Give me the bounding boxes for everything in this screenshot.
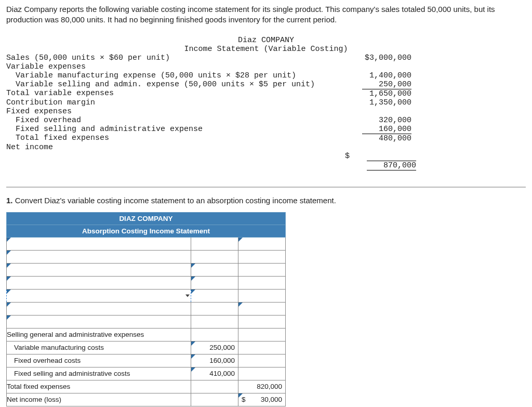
abs-desc-input-4[interactable] [7, 276, 191, 289]
abs-row-7 [7, 315, 286, 328]
chevron-down-icon [185, 294, 190, 297]
vc-cm-label: Contribution margin [6, 98, 339, 107]
abs-vman-row: Variable manufacturing costs 250,000 [7, 341, 286, 354]
abs-row-6 [7, 302, 286, 315]
vc-varexp-label: Variable expenses [6, 62, 339, 71]
abs-sub-input-7[interactable] [191, 315, 238, 328]
abs-desc-input-6[interactable] [7, 302, 191, 315]
abs-sub-input-4[interactable] [191, 276, 238, 289]
question-1: 1. Convert Diaz's variable costing incom… [6, 196, 526, 205]
abs-row-1 [7, 237, 286, 250]
abs-vman-amt[interactable]: 250,000 [191, 341, 238, 354]
vc-vman-amt: 1,400,000 [362, 71, 411, 80]
abs-desc-input-1[interactable] [7, 237, 191, 250]
abs-vman-label: Variable manufacturing costs [7, 341, 191, 354]
abs-foh-amt[interactable]: 160,000 [191, 354, 238, 367]
abs-vman-value: 250,000 [191, 342, 238, 353]
dropdown-icon [7, 264, 11, 268]
abs-sub-input-6[interactable] [191, 302, 238, 315]
abs-fsac-row: Fixed selling and administrative costs 4… [7, 367, 286, 380]
vc-company: Diaz COMPANY [6, 36, 526, 45]
abs-fsac-amt[interactable]: 410,000 [191, 367, 238, 380]
dropdown-icon [7, 303, 11, 307]
vc-sales-label: Sales (50,000 units × $60 per unit) [6, 54, 339, 62]
vc-ni-label: Net income [6, 143, 339, 179]
dropdown-icon [7, 316, 11, 320]
abs-tot-5 [238, 289, 286, 302]
vc-fsga-amt: 160,000 [362, 125, 411, 134]
abs-sga-label: Selling general and administrative expen… [7, 328, 191, 341]
abs-tfe-amt: 820,000 [238, 380, 286, 393]
abs-row-4 [7, 276, 286, 289]
abs-ni-label: Net income (loss) [7, 393, 191, 406]
vc-tfix-amt: 480,000 [362, 134, 411, 143]
abs-fsac-value: 410,000 [191, 368, 238, 379]
abs-foh-tot [238, 354, 286, 367]
abs-tot-3 [238, 263, 286, 276]
abs-ni-amt[interactable]: $ 30,000 [238, 393, 286, 406]
dropdown-icon [191, 277, 195, 281]
abs-ni-sub [191, 393, 238, 406]
abs-row-3 [7, 263, 286, 276]
abs-fsac-label: Fixed selling and administrative costs [7, 367, 191, 380]
abs-tot-input-1[interactable] [238, 237, 286, 250]
abs-tfe-label: Total fixed expenses [7, 380, 191, 393]
absorption-table-wrap: DIAZ COMPANY Absorption Costing Income S… [6, 212, 526, 406]
dropdown-icon [7, 251, 11, 255]
abs-sub-input-1[interactable] [191, 237, 238, 250]
abs-tot-input-6[interactable] [238, 302, 286, 315]
dropdown-icon [7, 277, 11, 281]
dropdown-icon [238, 238, 243, 242]
abs-desc-input-3[interactable] [7, 263, 191, 276]
abs-desc-input-5[interactable] [7, 289, 191, 302]
abs-tot-7 [238, 315, 286, 328]
dropdown-icon [191, 264, 195, 268]
abs-desc-input-2[interactable] [7, 250, 191, 263]
abs-tfe-row: Total fixed expenses 820,000 [7, 380, 286, 393]
vc-vsell-amt: 250,000 [362, 80, 411, 89]
abs-foh-value: 160,000 [191, 355, 238, 366]
variable-costing-statement: Diaz COMPANY Income Statement (Variable … [6, 33, 526, 188]
abs-vman-tot [238, 341, 286, 354]
vc-fexp-label: Fixed expenses [6, 107, 339, 116]
dropdown-icon [7, 290, 11, 294]
vc-title: Income Statement (Variable Costing) [6, 45, 526, 54]
dropdown-icon [191, 355, 195, 359]
abs-sub-input-5[interactable] [191, 289, 238, 302]
abs-ni-value: 30,000 [261, 396, 282, 403]
absorption-table: DIAZ COMPANY Absorption Costing Income S… [6, 212, 286, 406]
vc-cm-amt: 1,350,000 [362, 98, 411, 107]
abs-tfe-value: 820,000 [238, 381, 285, 392]
vc-tfix-label: Total fixed expenses [6, 134, 339, 143]
vc-vman-label: Variable manufacturing expense (50,000 u… [6, 71, 339, 80]
dropdown-icon [191, 342, 195, 346]
dropdown-icon [238, 393, 243, 398]
abs-company: DIAZ COMPANY [7, 212, 286, 225]
dropdown-icon [238, 303, 243, 307]
abs-sga-row: Selling general and administrative expen… [7, 328, 286, 341]
vc-sales-amt: $3,000,000 [362, 54, 411, 62]
abs-desc-input-7[interactable] [7, 315, 191, 328]
q1-text: Convert Diaz's variable costing income s… [13, 196, 336, 205]
vc-ni-amt: 870,000 [367, 161, 416, 170]
dropdown-icon [7, 238, 11, 242]
dropdown-icon [191, 290, 195, 294]
abs-row-5-active [7, 289, 286, 302]
vc-ni-currency: $ [345, 152, 350, 161]
abs-sga-tot [238, 328, 286, 341]
abs-title: Absorption Costing Income Statement [7, 225, 286, 237]
abs-sga-sub [191, 328, 238, 341]
abs-tfe-sub [191, 380, 238, 393]
abs-foh-label: Fixed overhead costs [7, 354, 191, 367]
q1-number: 1. [6, 196, 13, 205]
abs-row-2 [7, 250, 286, 263]
abs-ni-row: Net income (loss) $ 30,000 [7, 393, 286, 406]
vc-tvar-amt: 1,650,000 [362, 89, 411, 98]
abs-sub-input-2[interactable] [191, 250, 238, 263]
vc-fsga-label: Fixed selling and administrative expense [6, 125, 339, 134]
abs-foh-row: Fixed overhead costs 160,000 [7, 354, 286, 367]
problem-intro: Diaz Company reports the following varia… [6, 4, 526, 25]
dropdown-icon [191, 367, 195, 372]
abs-sub-input-3[interactable] [191, 263, 238, 276]
vc-tvar-label: Total variable expenses [6, 89, 339, 98]
